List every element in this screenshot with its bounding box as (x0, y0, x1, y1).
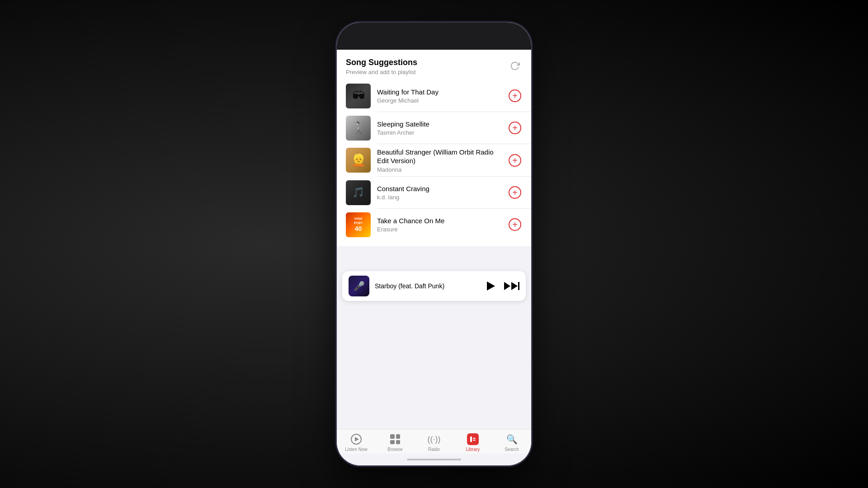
tab-bar: Listen Now Browse ((·)) (337, 429, 531, 454)
browse-icon (389, 433, 401, 446)
tab-label-browse: Browse (387, 447, 402, 452)
tab-search[interactable]: 🔍 Search (498, 433, 525, 452)
now-playing-art: 🎤 (349, 276, 369, 296)
phone-device: Song Suggestions Preview and add to play… (337, 23, 531, 465)
library-icon-note (469, 436, 476, 443)
add-button-constant[interactable]: + (508, 185, 522, 200)
song-artist-sleeping: Tasmin Archer (377, 129, 504, 136)
now-playing-controls (482, 278, 519, 294)
suggestions-title: Song Suggestions (346, 58, 417, 68)
add-icon-waiting: + (509, 89, 521, 102)
song-item-sleeping[interactable]: Sleeping Satellite Tasmin Archer + (337, 112, 531, 144)
play-icon (487, 282, 495, 291)
tab-label-search: Search (505, 447, 519, 452)
add-button-beautiful[interactable]: + (508, 153, 522, 168)
tab-label-radio: Radio (428, 447, 440, 452)
radio-icon-symbol: ((·)) (428, 435, 441, 444)
home-indicator (337, 454, 531, 465)
now-playing-info: Starboy (feat. Daft Punk) (375, 282, 482, 290)
home-bar (407, 459, 461, 460)
tab-browse[interactable]: Browse (382, 433, 409, 452)
ff-triangle-2 (511, 282, 518, 290)
suggestions-subtitle: Preview and add to playlist (346, 69, 417, 75)
now-playing-art-emoji: 🎤 (354, 281, 365, 291)
search-icon-symbol: 🔍 (506, 434, 518, 445)
album-art-kd-lang (346, 180, 371, 205)
browse-cell-3 (390, 440, 395, 445)
song-item-takechance[interactable]: totalPOP!40 Take a Chance On Me Erasure … (337, 209, 531, 241)
song-item-waiting[interactable]: Waiting for That Day George Michael + (337, 80, 531, 112)
add-icon-takechance: + (509, 218, 521, 231)
search-icon: 🔍 (505, 433, 518, 446)
song-info-constant: Constant Craving k.d. lang (377, 184, 504, 201)
add-button-sleeping[interactable]: + (508, 121, 522, 135)
scrolled-top-area (337, 23, 531, 50)
song-title-sleeping: Sleeping Satellite (377, 120, 504, 129)
song-title-constant: Constant Craving (377, 184, 504, 193)
add-button-waiting[interactable]: + (508, 89, 522, 103)
refresh-button[interactable] (508, 59, 522, 73)
fast-forward-icon (504, 282, 519, 290)
tab-label-library: Library (466, 447, 480, 452)
song-list: Waiting for That Day George Michael + Sl… (337, 80, 531, 246)
song-title-waiting: Waiting for That Day (377, 88, 504, 97)
now-playing-bar[interactable]: 🎤 Starboy (feat. Daft Punk) (342, 271, 526, 301)
add-button-takechance[interactable]: + (508, 217, 522, 232)
fast-forward-button[interactable] (504, 278, 519, 294)
erasure-art-text: totalPOP!40 (354, 216, 363, 233)
browse-cell-4 (396, 440, 401, 445)
tab-library[interactable]: Library (459, 433, 486, 452)
song-artist-constant: k.d. lang (377, 194, 504, 201)
add-icon-sleeping: + (509, 122, 521, 134)
browse-cell-1 (390, 434, 395, 439)
play-button[interactable] (482, 278, 498, 294)
song-item-beautiful[interactable]: Beautiful Stranger (William Orbit Radio … (337, 144, 531, 177)
browse-icon-grid (390, 434, 400, 444)
browse-cell-2 (396, 434, 401, 439)
song-artist-beautiful: Madonna (377, 166, 504, 173)
album-art-george-michael (346, 84, 371, 108)
ff-triangle-1 (504, 282, 510, 290)
song-item-constant[interactable]: Constant Craving k.d. lang + (337, 177, 531, 209)
song-info-sleeping: Sleeping Satellite Tasmin Archer (377, 120, 504, 136)
radio-icon: ((·)) (428, 433, 440, 446)
suggestions-card: Song Suggestions Preview and add to play… (337, 50, 531, 246)
album-art-erasure: totalPOP!40 (346, 212, 371, 237)
library-icon-box (467, 433, 479, 445)
tab-listen-now[interactable]: Listen Now (343, 433, 370, 452)
svg-rect-1 (473, 438, 476, 439)
song-title-beautiful: Beautiful Stranger (William Orbit Radio … (377, 148, 504, 165)
svg-rect-2 (473, 440, 476, 441)
suggestions-header: Song Suggestions Preview and add to play… (337, 50, 531, 80)
tab-label-listen-now: Listen Now (345, 447, 367, 452)
refresh-icon (510, 61, 520, 71)
phone-screen: Song Suggestions Preview and add to play… (337, 23, 531, 465)
song-info-waiting: Waiting for That Day George Michael (377, 88, 504, 104)
song-artist-takechance: Erasure (377, 226, 504, 233)
card-spacer (337, 246, 531, 271)
album-art-tasmin-archer (346, 116, 371, 141)
add-icon-constant: + (509, 186, 521, 199)
add-icon-beautiful: + (509, 154, 521, 167)
library-icon (467, 433, 479, 446)
now-playing-title: Starboy (feat. Daft Punk) (375, 282, 482, 290)
song-artist-waiting: George Michael (377, 97, 504, 104)
suggestions-title-group: Song Suggestions Preview and add to play… (346, 58, 417, 75)
ff-end-bar (518, 282, 519, 290)
tab-radio[interactable]: ((·)) Radio (420, 433, 448, 452)
song-info-takechance: Take a Chance On Me Erasure (377, 216, 504, 233)
song-info-beautiful: Beautiful Stranger (William Orbit Radio … (377, 148, 504, 173)
album-art-madonna (346, 148, 371, 173)
listen-now-icon (350, 433, 363, 446)
main-content: Song Suggestions Preview and add to play… (337, 50, 531, 423)
svg-rect-0 (470, 436, 472, 442)
listen-now-icon-shape (351, 434, 362, 445)
song-title-takechance: Take a Chance On Me (377, 216, 504, 225)
